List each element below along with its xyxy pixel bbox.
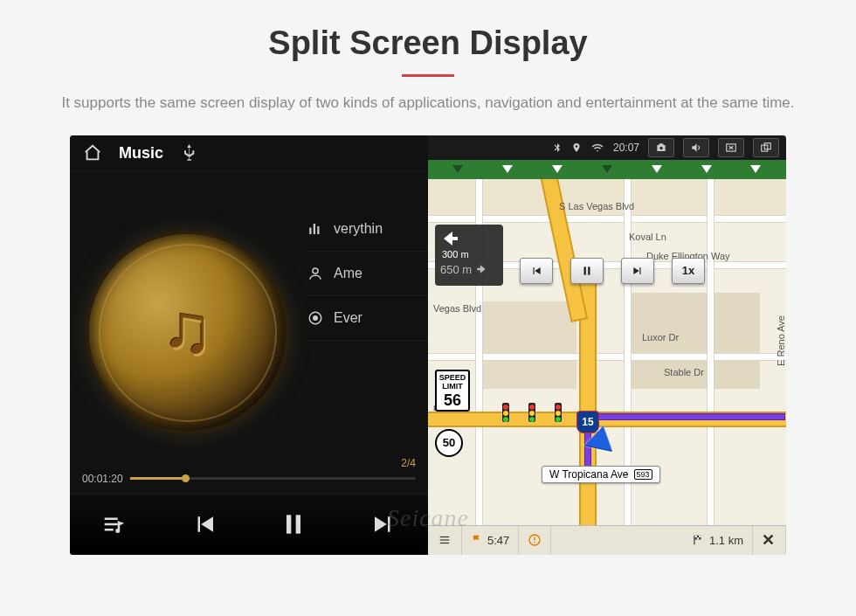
svg-rect-17	[440, 543, 450, 543]
usb-icon[interactable]	[179, 142, 200, 163]
svg-point-3	[313, 268, 318, 273]
traffic-light-icon	[502, 403, 509, 422]
progress-row: 2/4 00:01:20	[70, 473, 428, 485]
svg-rect-6	[286, 515, 291, 533]
eta-segment[interactable]: 5:47	[462, 526, 519, 555]
music-controls	[70, 494, 428, 555]
dest-flag-icon	[691, 534, 705, 546]
lane-arrow-icon	[502, 165, 513, 173]
svg-rect-19	[535, 537, 535, 541]
svg-rect-7	[296, 515, 300, 533]
track-label: verythin	[334, 221, 383, 237]
track-label: Ame	[334, 266, 362, 281]
next-button[interactable]	[362, 503, 404, 545]
turn-instruction: 300 m 650 m	[435, 225, 503, 286]
svg-point-8	[576, 145, 578, 148]
bluetooth-icon	[552, 142, 563, 154]
main-road	[581, 284, 595, 525]
nav-bottom-bar: 5:47 1.1 km ✕	[428, 525, 786, 555]
sim-speed-button[interactable]: 1x	[672, 258, 705, 284]
street-label: E Reno Ave	[776, 315, 786, 366]
lane-arrow-icon	[552, 165, 563, 173]
road	[708, 179, 714, 525]
sim-next-button[interactable]	[621, 258, 654, 284]
svg-rect-0	[309, 227, 311, 234]
music-app-title: Music	[119, 144, 163, 163]
album-icon	[306, 308, 325, 328]
music-topbar: Music	[70, 135, 428, 172]
track-row[interactable]: Ever	[306, 296, 445, 341]
album-art: ♫	[89, 234, 286, 431]
nav-close-button[interactable]: ✕	[753, 526, 786, 555]
status-bar: 20:07	[428, 135, 786, 160]
svg-point-5	[314, 315, 318, 320]
split-screen-device: Music ♫ verythin Am	[70, 135, 786, 555]
svg-rect-16	[440, 540, 450, 541]
volume-button[interactable]	[683, 138, 709, 157]
prev-button[interactable]	[183, 503, 225, 545]
svg-rect-14	[588, 266, 590, 274]
svg-rect-2	[317, 226, 319, 234]
progress-bar[interactable]	[130, 477, 416, 480]
distance-segment[interactable]: 1.1 km	[682, 526, 753, 555]
multitask-button[interactable]	[753, 138, 779, 157]
map-viewport[interactable]: S Las Vegas Blvd Koval Ln Duke Ellington…	[428, 179, 786, 525]
playlist-button[interactable]	[93, 503, 135, 545]
lane-arrow-icon	[701, 165, 712, 173]
turn-left-icon	[440, 228, 461, 249]
music-note-icon: ♫	[162, 289, 213, 369]
title-underline	[402, 74, 454, 77]
speed-limit-sign: SPEED LIMIT 56	[435, 370, 470, 412]
street-label: Koval Ln	[629, 232, 666, 242]
svg-rect-15	[440, 536, 450, 537]
speed-limit-value: 56	[437, 392, 468, 410]
location-icon	[571, 142, 582, 154]
street-label: Vegas Blvd	[433, 303, 481, 314]
status-time: 20:07	[613, 142, 639, 154]
svg-rect-21	[694, 536, 694, 545]
svg-point-9	[659, 146, 663, 149]
page-title: Split Screen Display	[0, 0, 856, 62]
street-label: S Las Vegas Blvd	[559, 201, 634, 211]
turn-distance-secondary: 650 m	[440, 263, 472, 276]
warning-button[interactable]	[519, 526, 551, 555]
track-label: Ever	[334, 310, 362, 326]
lane-arrow-icon	[452, 165, 463, 173]
current-street-name: W Tropicana Ave	[549, 468, 629, 481]
svg-rect-20	[535, 542, 535, 543]
simulation-controls: 1x	[520, 258, 705, 284]
track-row[interactable]: verythin	[306, 207, 445, 252]
distance-value: 1.1 km	[709, 534, 743, 547]
traffic-light-icon	[528, 403, 535, 422]
page-description: It supports the same screen display of t…	[0, 93, 856, 135]
warning-icon	[528, 533, 542, 547]
music-panel: Music ♫ verythin Am	[70, 135, 428, 555]
traffic-light-icon	[555, 403, 562, 422]
street-label: Luxor Dr	[642, 332, 679, 343]
lane-guidance-strip	[428, 160, 786, 179]
flag-icon	[471, 534, 483, 546]
sim-prev-button[interactable]	[520, 258, 553, 284]
svg-rect-1	[314, 224, 315, 234]
route-shield: 50	[435, 429, 463, 457]
track-counter: 2/4	[401, 457, 416, 469]
street-label: Stable Dr	[664, 367, 704, 377]
svg-rect-13	[584, 266, 586, 274]
wifi-icon	[590, 142, 604, 154]
sim-pause-button[interactable]	[570, 258, 604, 284]
navigation-panel: 20:07	[428, 135, 786, 555]
camera-button[interactable]	[648, 138, 674, 157]
route-mini-shield: 593	[634, 469, 652, 480]
track-row[interactable]: Ame	[306, 252, 445, 296]
music-body: ♫ verythin Ame	[70, 172, 428, 494]
menu-button[interactable]	[428, 526, 462, 555]
home-icon[interactable]	[82, 142, 103, 163]
close-window-button[interactable]	[718, 138, 744, 157]
pause-button[interactable]	[273, 503, 314, 545]
lane-arrow-icon	[602, 165, 612, 173]
lane-arrow-icon	[652, 165, 662, 173]
map-block	[480, 301, 576, 389]
turn-distance-primary: 300 m	[442, 249, 498, 260]
progress-thumb[interactable]	[182, 474, 190, 482]
track-list: verythin Ame Ever	[306, 207, 445, 341]
